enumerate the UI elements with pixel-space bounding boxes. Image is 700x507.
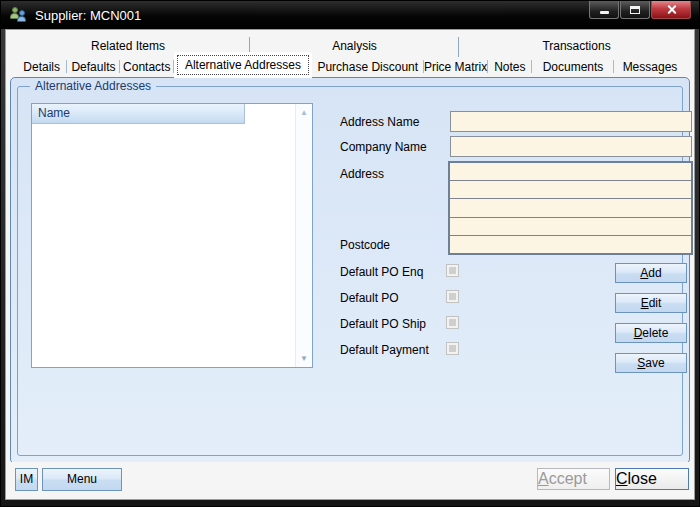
save-button[interactable]: Save xyxy=(615,353,687,373)
tab-defaults[interactable]: Defaults xyxy=(67,56,119,78)
postcode-label: Postcode xyxy=(340,238,390,252)
address-list[interactable]: Name ▲ ▼ xyxy=(31,103,313,368)
tab-group-row: Related Items Analysis Transactions xyxy=(6,37,694,55)
maximize-icon xyxy=(630,6,640,14)
default-po-label: Default PO xyxy=(340,291,399,305)
scroll-up-icon[interactable]: ▲ xyxy=(296,104,312,121)
window-title: Supplier: MCN001 xyxy=(35,8,141,23)
address-name-label: Address Name xyxy=(340,115,419,129)
users-icon xyxy=(10,7,28,23)
tab-price-matrix[interactable]: Price Matrix xyxy=(424,56,488,78)
supplier-window: Supplier: MCN001 Related Items Analysis … xyxy=(0,0,700,507)
default-payment-checkbox[interactable] xyxy=(446,342,459,355)
tab-contacts[interactable]: Contacts xyxy=(120,56,174,78)
add-button[interactable]: Add xyxy=(615,263,687,283)
maximize-button[interactable] xyxy=(620,1,650,19)
address-line-input-2[interactable] xyxy=(450,180,691,198)
tab-purchase-discount[interactable]: Purchase Discount xyxy=(312,56,424,78)
alternative-addresses-groupbox: Alternative Addresses Name ▲ ▼ Address N… xyxy=(17,86,683,456)
default-po-ship-label: Default PO Ship xyxy=(340,317,426,331)
close-button[interactable]: Close xyxy=(615,468,689,490)
delete-button[interactable]: Delete xyxy=(615,323,687,343)
list-header-name[interactable]: Name xyxy=(32,104,245,124)
tab-documents[interactable]: Documents xyxy=(532,56,614,78)
close-window-button[interactable] xyxy=(651,1,691,19)
address-label: Address xyxy=(340,167,384,181)
tab-group-transactions[interactable]: Transactions xyxy=(459,37,694,55)
tab-details[interactable]: Details xyxy=(16,56,67,78)
address-line-input-4[interactable] xyxy=(450,217,691,235)
tab-notes[interactable]: Notes xyxy=(488,56,532,78)
alternative-addresses-panel: Alternative Addresses Name ▲ ▼ Address N… xyxy=(10,77,690,464)
minimize-icon xyxy=(600,11,609,14)
default-po-checkbox[interactable] xyxy=(446,290,459,303)
address-name-input[interactable] xyxy=(450,111,692,132)
titlebar: Supplier: MCN001 xyxy=(1,1,699,29)
address-line-input-3[interactable] xyxy=(450,198,691,216)
postcode-input[interactable] xyxy=(450,235,691,253)
edit-button[interactable]: Edit xyxy=(615,293,687,313)
company-name-input[interactable] xyxy=(450,136,692,157)
groupbox-title: Alternative Addresses xyxy=(30,79,156,93)
client-area: Related Items Analysis Transactions Deta… xyxy=(5,29,695,500)
scroll-down-icon[interactable]: ▼ xyxy=(296,350,312,367)
default-po-enq-label: Default PO Enq xyxy=(340,265,423,279)
company-name-label: Company Name xyxy=(340,140,427,154)
default-po-ship-checkbox[interactable] xyxy=(446,316,459,329)
list-scrollbar[interactable]: ▲ ▼ xyxy=(295,104,312,367)
list-header: Name xyxy=(32,104,295,124)
minimize-button[interactable] xyxy=(589,1,619,19)
address-lines-box xyxy=(448,161,693,255)
tab-row: Details Defaults Contacts Alternative Ad… xyxy=(16,55,686,78)
list-body[interactable] xyxy=(32,124,295,367)
address-line-input-1[interactable] xyxy=(450,163,691,180)
default-po-enq-checkbox[interactable] xyxy=(446,264,459,277)
tab-messages[interactable]: Messages xyxy=(614,56,686,78)
default-payment-label: Default Payment xyxy=(340,343,429,357)
tab-alternative-addresses[interactable]: Alternative Addresses xyxy=(174,52,312,78)
close-icon xyxy=(666,4,677,15)
im-button[interactable]: IM xyxy=(15,468,38,491)
menu-button[interactable]: Menu xyxy=(42,468,122,491)
accept-button[interactable]: Accept xyxy=(537,468,610,490)
footer-bar: IM Menu Accept Close xyxy=(6,462,694,499)
